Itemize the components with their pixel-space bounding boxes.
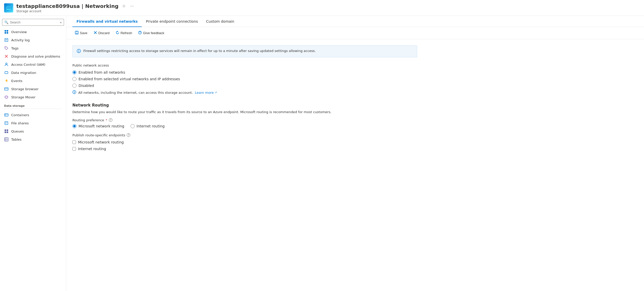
containers-label: Containers — [11, 113, 29, 117]
nav-activity-log[interactable]: Activity log — [0, 36, 66, 44]
tables-label: Tables — [11, 138, 21, 141]
radio-internet-routing[interactable]: Internet routing — [131, 124, 165, 128]
radio-disabled-input[interactable] — [72, 84, 76, 88]
refresh-button[interactable]: Refresh — [113, 30, 135, 36]
nav-file-shares[interactable]: File shares — [0, 119, 66, 127]
nav-containers[interactable]: Containers — [0, 111, 66, 119]
main-layout: 🔍 « Overview Activity log Tags — [0, 16, 644, 291]
svg-point-13 — [6, 63, 7, 64]
public-access-radio-group: Enabled from all networks Enabled from s… — [72, 70, 417, 88]
svg-rect-17 — [5, 88, 8, 90]
routing-help-icon[interactable]: ? — [109, 118, 112, 122]
nav-tables[interactable]: Tables — [0, 135, 66, 143]
svg-rect-37 — [76, 33, 78, 34]
file-shares-label: File shares — [11, 121, 29, 125]
checkbox-pub-microsoft-input[interactable] — [72, 140, 76, 144]
nav-storage-mover[interactable]: Storage Mover — [0, 93, 66, 101]
nav-overview[interactable]: Overview — [0, 28, 66, 36]
radio-microsoft-routing[interactable]: Microsoft network routing — [72, 124, 124, 128]
radio-disabled-label: Disabled — [79, 84, 94, 88]
nav-events[interactable]: Events — [0, 77, 66, 85]
radio-disabled[interactable]: Disabled — [72, 84, 417, 88]
svg-rect-4 — [7, 30, 8, 32]
radio-enabled-all-input[interactable] — [72, 70, 76, 74]
queues-label: Queues — [11, 129, 24, 133]
tab-bar: Firewalls and virtual networks Private e… — [66, 16, 644, 27]
radio-enabled-selected-label: Enabled from selected virtual networks a… — [79, 77, 180, 81]
learn-more-link[interactable]: Learn more ↗ — [195, 91, 217, 95]
resource-type: Storage account — [16, 9, 135, 13]
title-text: testappliance8099usa | Networking — [16, 3, 119, 9]
tags-label: Tags — [11, 46, 19, 50]
svg-rect-1 — [7, 7, 11, 8]
tables-icon — [4, 137, 9, 142]
file-shares-icon — [4, 121, 9, 125]
migration-label: Data migration — [11, 71, 36, 75]
info-banner-text: Firewall settings restricting access to … — [83, 49, 316, 53]
radio-microsoft-input[interactable] — [72, 124, 76, 128]
publish-checkbox-group: Microsoft network routing Internet routi… — [72, 140, 417, 151]
checkbox-pub-internet-input[interactable] — [72, 147, 76, 151]
svg-point-44 — [79, 50, 79, 50]
sidebar: 🔍 « Overview Activity log Tags — [0, 16, 66, 291]
learn-more-text: Learn more — [195, 91, 214, 95]
svg-rect-28 — [7, 129, 8, 131]
collapse-button[interactable]: « — [60, 20, 62, 24]
nav-diagnose[interactable]: Diagnose and solve problems — [0, 52, 66, 60]
refresh-label: Refresh — [121, 31, 132, 35]
external-link-icon: ↗ — [214, 91, 217, 94]
save-button[interactable]: Save — [72, 30, 90, 36]
routing-preference-text: Routing preference — [72, 118, 104, 122]
discard-button[interactable]: Discard — [91, 30, 112, 36]
checkbox-pub-microsoft[interactable]: Microsoft network routing — [72, 140, 417, 144]
tab-custom-domain[interactable]: Custom domain — [202, 16, 238, 27]
nav-migration[interactable]: Data migration — [0, 69, 66, 77]
checkbox-pub-internet[interactable]: Internet routing — [72, 147, 417, 151]
radio-enabled-all[interactable]: Enabled from all networks — [72, 70, 417, 74]
nav-tags[interactable]: Tags — [0, 44, 66, 52]
tab-private-endpoints[interactable]: Private endpoint connections — [142, 16, 202, 27]
page-title: testappliance8099usa | Networking ☆ ··· — [16, 3, 135, 9]
svg-rect-30 — [7, 131, 8, 133]
network-info-description: All networks, including the internet, ca… — [78, 91, 193, 95]
overview-label: Overview — [11, 30, 27, 34]
svg-rect-27 — [5, 129, 6, 131]
publish-help-icon[interactable]: ? — [127, 133, 130, 137]
radio-enabled-selected[interactable]: Enabled from selected virtual networks a… — [72, 77, 417, 81]
search-bar[interactable]: 🔍 « — [2, 19, 64, 26]
storage-mover-label: Storage Mover — [11, 95, 35, 99]
tags-icon — [4, 46, 9, 50]
divider — [4, 109, 62, 109]
activity-log-icon — [4, 38, 9, 42]
favorite-button[interactable]: ☆ — [121, 3, 127, 9]
routing-preference-label: Routing preference * ? — [72, 118, 417, 122]
svg-rect-24 — [5, 122, 8, 125]
nav-queues[interactable]: Queues — [0, 127, 66, 135]
svg-rect-6 — [7, 32, 8, 34]
tab-firewalls[interactable]: Firewalls and virtual networks — [72, 16, 142, 27]
save-icon — [75, 31, 79, 35]
svg-rect-5 — [5, 32, 6, 34]
svg-point-10 — [5, 47, 6, 48]
diagnose-icon — [4, 54, 9, 59]
svg-rect-3 — [5, 30, 6, 32]
feedback-button[interactable]: Give feedback — [136, 30, 167, 36]
network-info-text: All networks, including the internet, ca… — [72, 90, 417, 95]
overview-icon — [4, 30, 9, 34]
data-storage-section-header: Data storage — [0, 101, 66, 109]
discard-icon — [94, 31, 97, 35]
more-options-button[interactable]: ··· — [129, 3, 135, 9]
info-banner: Firewall settings restricting access to … — [72, 45, 417, 57]
svg-rect-14 — [5, 72, 8, 74]
publish-label-text: Publish route-specific endpoints — [72, 133, 125, 137]
storage-mover-icon — [4, 95, 9, 99]
search-input[interactable] — [10, 20, 58, 24]
nav-iam[interactable]: Access Control (IAM) — [0, 60, 66, 69]
svg-point-47 — [74, 91, 75, 91]
svg-rect-31 — [5, 138, 8, 141]
toolbar: Save Discard Refresh Give feedback — [66, 27, 644, 39]
nav-storage-browser[interactable]: Storage browser — [0, 85, 66, 93]
publish-endpoints-section: Publish route-specific endpoints ? Micro… — [72, 133, 417, 151]
radio-enabled-selected-input[interactable] — [72, 77, 76, 81]
radio-internet-input[interactable] — [131, 124, 135, 128]
